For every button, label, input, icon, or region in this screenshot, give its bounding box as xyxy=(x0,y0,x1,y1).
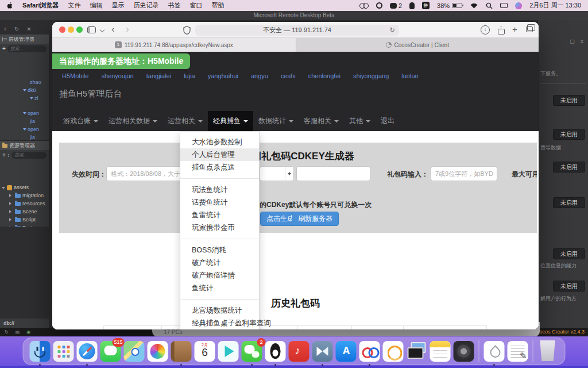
server-link-ceshi[interactable]: ceshi xyxy=(281,72,296,79)
server-link-tangjialei[interactable]: tangjialei xyxy=(146,72,171,79)
dock-maps-icon[interactable] xyxy=(123,340,145,362)
panel-popout-icon[interactable]: ▢ xyxy=(570,39,575,44)
expand-arrow-icon[interactable] xyxy=(9,202,13,205)
chevron-down-icon[interactable] xyxy=(100,28,105,32)
expand-arrow-icon[interactable] xyxy=(9,226,13,227)
share-icon[interactable]: ↑ xyxy=(498,25,505,34)
apple-logo-icon[interactable] xyxy=(7,2,13,9)
assets-sort-icon[interactable]: ↕ xyxy=(7,152,10,158)
server-link-angyu[interactable]: angyu xyxy=(251,72,268,79)
menubar-app-name[interactable]: Safari浏览器 xyxy=(22,1,59,10)
hierarchy-add-button[interactable]: + xyxy=(2,46,6,52)
linked-rings-status-icon[interactable] xyxy=(359,3,369,9)
expand-arrow-icon[interactable] xyxy=(30,97,33,101)
dock-app-store-icon[interactable] xyxy=(335,340,357,362)
nav-item-游戏台账[interactable]: 游戏台账 xyxy=(58,111,103,131)
menubar-item[interactable]: 帮助 xyxy=(212,1,225,10)
hierarchy-node-jia[interactable]: jia xyxy=(0,117,49,125)
dropdown-item[interactable]: 鱼统计 xyxy=(180,282,259,294)
statusbar-refresh-icon[interactable]: ↻ xyxy=(5,329,9,335)
not-enabled-badge[interactable]: 未启用 xyxy=(553,129,585,140)
value-input[interactable] xyxy=(296,166,370,181)
dock-system-settings-icon[interactable] xyxy=(453,340,475,362)
menubar-item[interactable]: 窗口 xyxy=(190,1,203,10)
nav-item-经典捕鱼[interactable]: 经典捕鱼 xyxy=(208,111,253,131)
hierarchy-search-input[interactable]: 搜索... xyxy=(7,45,47,52)
dropdown-item[interactable]: 破产统计 xyxy=(180,256,259,269)
asset-node-assets[interactable]: assets xyxy=(0,183,49,191)
dock-calendar-icon[interactable]: 2月6 xyxy=(194,340,216,362)
dropdown-item[interactable]: 鱼雷统计 xyxy=(180,209,259,221)
expand-arrow-icon[interactable] xyxy=(23,112,26,116)
nav-item-数据统计[interactable]: 数据统计 xyxy=(253,111,299,131)
downloads-icon[interactable]: ↓ xyxy=(481,25,490,34)
reload-icon[interactable]: ↻ xyxy=(390,25,395,36)
nav-item-退出[interactable]: 退出 xyxy=(376,111,400,131)
refresh-server-button[interactable]: 刷新服务器 xyxy=(292,212,339,226)
dropdown-item[interactable]: 话费鱼统计 xyxy=(180,196,259,209)
expand-arrow-icon[interactable] xyxy=(2,187,5,191)
dropdown-item[interactable]: 个人后台管理 xyxy=(180,148,259,161)
record-status-icon[interactable] xyxy=(376,2,382,9)
not-enabled-badge[interactable]: 未启用 xyxy=(553,281,585,292)
hierarchy-node-zl[interactable]: zl xyxy=(0,94,49,102)
asset-node-Script[interactable]: Script xyxy=(0,216,49,224)
dock-launchpad-icon[interactable] xyxy=(53,340,75,362)
dropdown-item[interactable]: 玩法鱼统计 xyxy=(180,183,259,196)
dock-qq-icon[interactable] xyxy=(265,340,287,362)
dock-trash-icon[interactable] xyxy=(537,340,559,362)
statusbar-eye-icon[interactable]: ◉ xyxy=(26,329,30,335)
menubar-item[interactable]: 显示 xyxy=(112,1,125,10)
dock-wechat-icon[interactable]: 2 xyxy=(241,340,263,362)
server-link-lujia[interactable]: lujia xyxy=(184,72,195,79)
dock-video-play-icon[interactable] xyxy=(218,340,239,362)
dropdown-item[interactable]: 捕鱼点杀点送 xyxy=(180,161,259,174)
server-link-chenlongfei[interactable]: chenlongfei xyxy=(308,72,341,79)
server-link-H5Mobile[interactable]: H5Mobile xyxy=(62,72,88,79)
cocos-refresh-icon[interactable]: ↻ xyxy=(14,26,19,32)
dock-safari-icon[interactable] xyxy=(76,340,98,362)
assets-search-input[interactable]: 搜索... xyxy=(11,152,47,159)
dock-finder-icon[interactable] xyxy=(29,340,51,362)
tab-hierarchy[interactable]: 层级管理器 xyxy=(0,34,49,44)
minimize-window-button[interactable] xyxy=(68,26,74,33)
nav-item-其他[interactable]: 其他 xyxy=(344,111,376,131)
statusbar-console-icon[interactable]: ▤ xyxy=(16,329,20,335)
forward-button[interactable]: › xyxy=(126,24,129,35)
close-window-button[interactable] xyxy=(59,26,65,33)
nav-item-运营相关数据[interactable]: 运营相关数据 xyxy=(103,111,163,131)
cocos-add-icon[interactable]: + xyxy=(3,26,7,32)
dropdown-item[interactable]: 大水池参数控制 xyxy=(180,136,259,148)
asset-node-migration[interactable]: migration xyxy=(0,191,49,200)
dropdown-item[interactable]: 破产炮倍详情 xyxy=(180,269,259,282)
menubar-item[interactable]: 文件 xyxy=(68,1,81,10)
asset-node-Texture[interactable]: Texture xyxy=(0,224,49,227)
dropdown-item[interactable]: 玩家携带金币 xyxy=(180,221,259,234)
dock-red-blue-rings-app-icon[interactable] xyxy=(359,340,381,362)
dock-messages-icon[interactable]: 515 xyxy=(100,340,122,362)
dock-textedit-icon[interactable] xyxy=(507,340,529,362)
expand-arrow-icon[interactable] xyxy=(9,194,13,197)
battery-indicator[interactable]: 38% xyxy=(437,2,462,9)
qq-status-icon[interactable] xyxy=(409,2,415,9)
menubar-datetime[interactable]: 2月6日 周一 13:30 xyxy=(529,1,581,10)
not-enabled-badge[interactable]: 未启用 xyxy=(553,95,585,106)
giftcode-input[interactable] xyxy=(431,166,497,181)
tab-cocos-client[interactable]: CocosCreator | Client xyxy=(296,38,539,52)
sidebar-toggle-icon[interactable] xyxy=(87,26,96,33)
nav-item-运营相关[interactable]: 运营相关 xyxy=(163,111,208,131)
dock-netease-music-icon[interactable] xyxy=(288,340,310,362)
server-link-luoluo[interactable]: luoluo xyxy=(401,72,418,79)
tab-assets[interactable]: 资源管理器 xyxy=(0,141,49,150)
nav-item-客服相关[interactable]: 客服相关 xyxy=(299,111,344,131)
asset-node-resources[interactable]: resources xyxy=(0,200,49,208)
dropdown-item[interactable]: 龙宫场数据统计 xyxy=(180,304,259,317)
dock-displays-icon[interactable] xyxy=(406,340,428,362)
url-address-bar[interactable]: 不安全 — 119.91.211.74 ↻ xyxy=(195,25,399,36)
hierarchy-node-open[interactable]: open xyxy=(0,125,49,133)
asset-node-Scene[interactable]: Scene xyxy=(0,208,49,216)
hierarchy-node-jia[interactable]: jia xyxy=(0,133,49,140)
menubar-item[interactable]: 编辑 xyxy=(90,1,103,10)
dropdown-item[interactable]: 经典捕鱼桌子盈利率查询 xyxy=(180,317,259,329)
menubar-item[interactable]: 书签 xyxy=(168,1,181,10)
